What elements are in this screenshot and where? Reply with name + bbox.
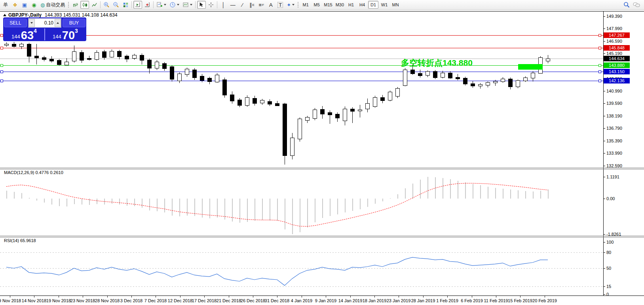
candle-body — [170, 66, 174, 80]
buy-price-prefix: 144 — [53, 34, 61, 40]
candle-body — [320, 109, 325, 114]
price-level-badge: 143.880 — [604, 63, 630, 68]
date-tick-mark — [277, 296, 277, 297]
volume-input[interactable] — [35, 20, 55, 26]
caret-down-icon — [30, 22, 33, 24]
macd-tick-label: -1.8261 — [606, 232, 621, 237]
pivot-annotation-text[interactable]: 多空转折点143.880 — [401, 57, 473, 68]
candle-body — [140, 55, 144, 61]
candle-body — [448, 73, 452, 78]
rsi-tick-mark — [603, 268, 605, 269]
macd-tick-mark — [603, 234, 605, 235]
price-tick-mark — [603, 128, 605, 129]
date-tick-mark — [326, 296, 326, 297]
sell-price-main: 63 — [21, 30, 34, 40]
candle-body — [275, 103, 279, 106]
chart-area: 149.390147.990146.590145.190143.790142.3… — [0, 0, 644, 305]
level-line[interactable] — [0, 35, 603, 36]
candle-body — [42, 57, 46, 59]
candle-body — [27, 44, 31, 57]
candle-body — [222, 80, 227, 95]
pane-separator[interactable] — [0, 168, 644, 168]
buy-price[interactable]: 144 70 3 — [45, 28, 85, 40]
level-handle[interactable] — [0, 64, 3, 67]
price-level-badge: 145.848 — [604, 45, 630, 51]
candle-body — [478, 84, 483, 86]
date-tick-mark — [399, 296, 399, 297]
level-line[interactable] — [0, 72, 603, 72]
symbol-triangle-icon — [3, 14, 6, 16]
candle-body — [531, 73, 535, 78]
volume-decrease-button[interactable] — [28, 19, 35, 27]
candle-body — [19, 44, 24, 47]
price-tick-label: 145.190 — [606, 51, 622, 56]
rsi-tick-mark — [603, 242, 605, 242]
candle-body — [80, 52, 84, 61]
price-tick-mark — [603, 91, 605, 91]
candle-body — [237, 100, 242, 105]
date-tick-mark — [496, 296, 496, 297]
candle-body — [388, 92, 392, 100]
trade-panel-prices: 144 63 4 144 70 3 — [4, 28, 85, 40]
price-tick-mark — [603, 153, 605, 153]
date-tick-mark — [83, 296, 83, 297]
candle-body — [230, 95, 234, 102]
candle-body — [268, 101, 272, 105]
price-tick-mark — [603, 141, 605, 141]
rsi-tick-label: 15 — [606, 284, 611, 289]
buy-button[interactable]: BUY — [63, 19, 85, 27]
level-handle[interactable] — [0, 80, 3, 82]
candle-body — [65, 62, 69, 66]
candle-body — [260, 100, 264, 103]
price-tick-label: 138.190 — [606, 114, 622, 118]
candle-body — [34, 56, 39, 59]
candle-body — [298, 119, 302, 140]
candle-body — [365, 103, 370, 109]
date-tick-mark — [520, 296, 521, 297]
level-handle[interactable] — [0, 47, 3, 49]
trade-panel-controls: SELL BUY — [4, 18, 85, 28]
candle-body — [12, 44, 16, 47]
volume-increase-button[interactable] — [55, 19, 61, 27]
date-tick-mark — [253, 296, 253, 297]
macd-tick-label: 0.00 — [606, 196, 615, 201]
sell-price[interactable]: 144 63 4 — [4, 28, 45, 40]
level-line[interactable] — [0, 48, 603, 48]
level-handle[interactable] — [0, 70, 3, 73]
level-handle[interactable] — [598, 64, 601, 67]
level-handle[interactable] — [598, 70, 601, 73]
level-handle[interactable] — [0, 34, 3, 37]
candle-body — [125, 56, 129, 59]
price-level-badge: 144.634 — [604, 56, 630, 61]
macd-tick-label: 1.1191 — [606, 174, 619, 179]
highlight-rectangle[interactable] — [518, 64, 543, 70]
candle-body — [373, 97, 377, 107]
level-handle[interactable] — [598, 47, 601, 49]
level-handle[interactable] — [598, 80, 601, 82]
rsi-tick-label: 100 — [606, 240, 614, 244]
one-click-trading-panel: SELL BUY 144 63 4 144 70 3 — [3, 17, 86, 41]
price-level-badge: 142.136 — [604, 78, 630, 83]
candle-body — [508, 79, 513, 87]
candle-body — [343, 109, 347, 121]
date-tick-mark — [472, 296, 472, 297]
candle-body — [162, 63, 167, 69]
candle-body — [546, 59, 550, 61]
candle-body — [200, 76, 204, 81]
level-line[interactable] — [0, 65, 603, 66]
candle-body — [95, 52, 99, 60]
candle-body — [471, 83, 475, 87]
candle-body — [493, 81, 498, 83]
rsi-tick-label: 80 — [606, 250, 611, 255]
price-level-badge: 143.150 — [604, 69, 630, 74]
price-tick-mark — [603, 41, 605, 42]
sell-button[interactable]: SELL — [4, 19, 27, 27]
rsi-line — [0, 237, 603, 296]
rsi-tick-label: 0 — [606, 292, 609, 297]
candle-body — [72, 51, 76, 62]
date-tick-mark — [34, 296, 34, 297]
chart-symbol-label: GBPJPY-,Daily — [8, 12, 42, 18]
candle-body — [456, 77, 460, 79]
level-line[interactable] — [0, 81, 603, 81]
level-handle[interactable] — [598, 34, 601, 37]
